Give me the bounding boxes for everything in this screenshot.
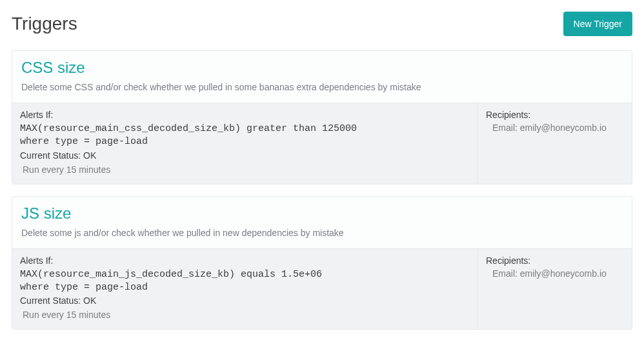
status-line: Current Status: OK	[20, 150, 470, 161]
condition-expression: MAX(resource_main_css_decoded_size_kb) g…	[20, 123, 470, 135]
trigger-card-body: Alerts If: MAX(resource_main_css_decoded…	[12, 103, 632, 184]
trigger-title-link[interactable]: CSS size	[21, 59, 623, 77]
trigger-card-body: Alerts If: MAX(resource_main_js_decoded_…	[12, 248, 632, 330]
condition-expression: MAX(resource_main_js_decoded_size_kb) eq…	[20, 268, 470, 281]
recipients-label: Recipients:	[486, 255, 624, 266]
recipients-label: Recipients:	[486, 110, 624, 120]
status-line: Current Status: OK	[20, 295, 470, 306]
condition-where: where type = page-load	[20, 135, 470, 148]
alerts-section: Alerts If: MAX(resource_main_js_decoded_…	[12, 249, 478, 330]
condition-where: where type = page-load	[20, 281, 470, 294]
alerts-label: Alerts If:	[20, 110, 470, 120]
trigger-card: CSS size Delete some CSS and/or check wh…	[12, 50, 632, 184]
trigger-title-link[interactable]: JS size	[21, 204, 623, 223]
alerts-label: Alerts If:	[20, 255, 470, 266]
alerts-section: Alerts If: MAX(resource_main_css_decoded…	[12, 103, 478, 184]
new-trigger-button[interactable]: New Trigger	[563, 12, 632, 36]
trigger-card-head: CSS size Delete some CSS and/or check wh…	[12, 51, 632, 103]
trigger-card: JS size Delete some js and/or check whet…	[12, 196, 632, 330]
trigger-description: Delete some js and/or check whether we p…	[21, 228, 623, 238]
recipient-email: Email: emily@honeycomb.io	[486, 268, 624, 279]
recipients-section: Recipients: Email: emily@honeycomb.io	[478, 249, 632, 330]
frequency-line: Run every 15 minutes	[20, 310, 470, 320]
recipients-section: Recipients: Email: emily@honeycomb.io	[478, 103, 632, 184]
page-title: Triggers	[12, 14, 77, 34]
trigger-description: Delete some CSS and/or check whether we …	[21, 82, 623, 92]
page-header: Triggers New Trigger	[12, 12, 632, 36]
recipient-email: Email: emily@honeycomb.io	[486, 123, 624, 133]
frequency-line: Run every 15 minutes	[20, 164, 470, 175]
trigger-card-head: JS size Delete some js and/or check whet…	[12, 197, 632, 248]
